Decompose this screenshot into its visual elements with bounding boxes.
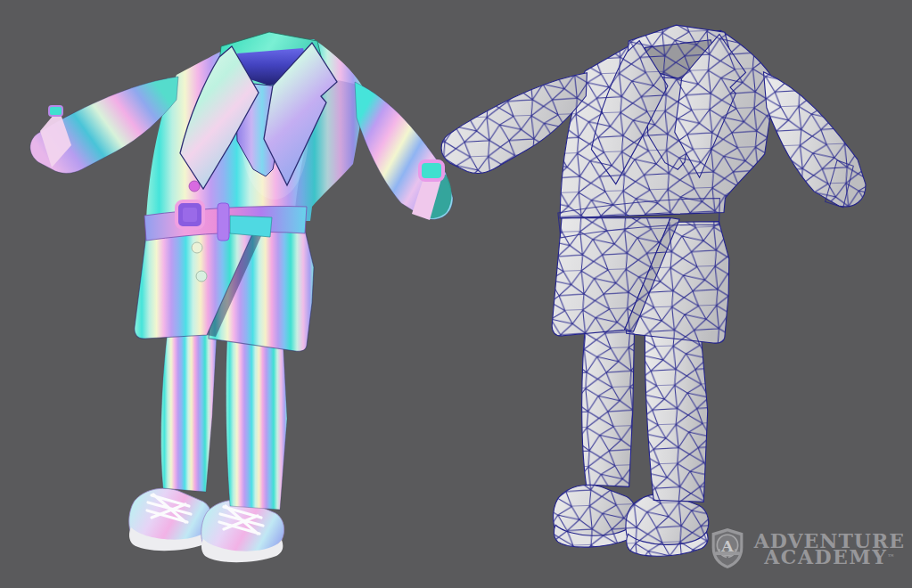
belt-free-end (230, 216, 272, 237)
belt-keeper-loop (218, 203, 229, 241)
logo-title-line2: ACADEMY™ (754, 549, 905, 565)
suit-render-canvas (0, 0, 912, 588)
shield-icon: A (709, 527, 746, 569)
adventure-academy-logo: A ADVENTURE ACADEMY™ (709, 527, 905, 569)
logo-title-line2-text: ACADEMY (764, 545, 887, 568)
cuff-buckle-right (420, 161, 443, 180)
trademark-symbol: ™ (887, 552, 894, 561)
coat-button-middle (192, 242, 202, 253)
coat-button-top (189, 181, 200, 192)
cuff-buckle-left (49, 106, 62, 116)
render-viewport: A ADVENTURE ACADEMY™ (0, 0, 912, 588)
logo-wordmark: ADVENTURE ACADEMY™ (754, 533, 905, 565)
shield-monogram: A (720, 537, 734, 555)
coat-button-bottom (196, 271, 207, 282)
belt-buckle-inner (183, 208, 197, 222)
